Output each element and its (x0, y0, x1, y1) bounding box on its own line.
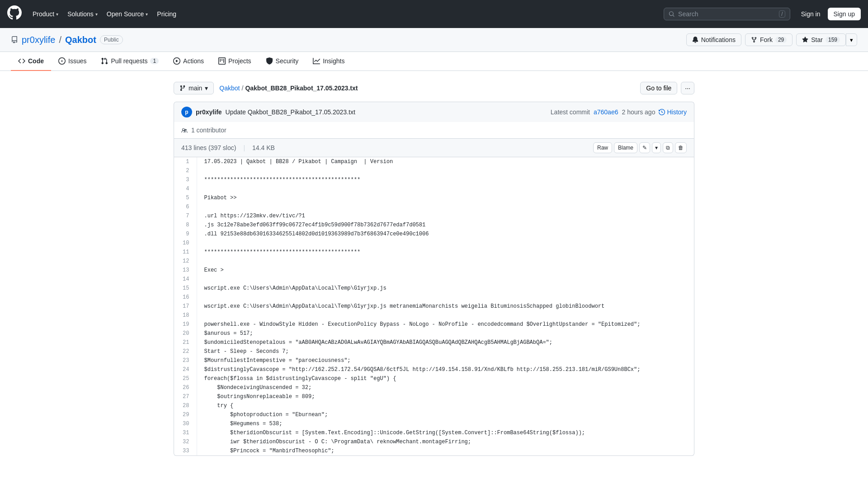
line-number[interactable]: 12 (174, 257, 197, 266)
file-repo-link[interactable]: Qakbot (219, 84, 240, 92)
line-content (197, 293, 694, 302)
line-content: $MournfullestIntempestive = "paroeciousn… (197, 356, 694, 365)
raw-button[interactable]: Raw (593, 142, 612, 153)
line-number[interactable]: 31 (174, 428, 197, 437)
line-number[interactable]: 10 (174, 239, 197, 248)
commit-hash[interactable]: a760ae6 (594, 108, 618, 116)
line-number[interactable]: 26 (174, 383, 197, 392)
signup-button[interactable]: Sign up (828, 8, 861, 20)
line-content: wscript.exe C:\Users\Admin\AppData\Local… (197, 302, 694, 311)
repo-owner-link[interactable]: pr0xylife (22, 35, 55, 45)
issues-icon (58, 57, 66, 65)
line-number[interactable]: 8 (174, 221, 197, 230)
tab-actions[interactable]: Actions (166, 52, 211, 71)
repo-separator: / (59, 35, 61, 45)
tab-projects-label: Projects (228, 57, 251, 65)
copy-button[interactable]: ⧉ (663, 142, 673, 153)
nav-pricing[interactable]: Pricing (153, 8, 180, 20)
repo-name-link[interactable]: Qakbot (65, 35, 96, 45)
line-content: $outringsNonreplaceable = 809; (197, 392, 694, 401)
star-add-button[interactable]: ▾ (846, 33, 857, 46)
line-number[interactable]: 3 (174, 175, 197, 184)
table-row: 33 $Princock = "ManbirdTheosophic"; (174, 446, 694, 455)
line-number[interactable]: 11 (174, 248, 197, 257)
tab-issues-label: Issues (68, 57, 86, 65)
line-content: 17.05.2023 | Qakbot | BB28 / Pikabot | C… (197, 157, 694, 166)
goto-file-button[interactable]: Go to file (640, 82, 677, 94)
line-number[interactable]: 20 (174, 329, 197, 338)
line-number[interactable]: 27 (174, 392, 197, 401)
contributors-bar: 1 contributor (174, 122, 694, 139)
notifications-button[interactable]: Notifications (686, 33, 741, 46)
tab-insights[interactable]: Insights (306, 52, 352, 71)
line-number[interactable]: 2 (174, 166, 197, 175)
delete-button[interactable]: 🗑 (675, 142, 687, 153)
line-number[interactable]: 33 (174, 446, 197, 455)
tab-code-label: Code (28, 57, 44, 65)
line-number[interactable]: 18 (174, 311, 197, 320)
contributors-icon (181, 127, 188, 134)
line-number[interactable]: 16 (174, 293, 197, 302)
line-content: iwr $theridionObscurist - O C: \ProgramD… (197, 437, 694, 446)
tab-code[interactable]: Code (11, 52, 51, 71)
line-number[interactable]: 30 (174, 419, 197, 428)
line-number[interactable]: 15 (174, 284, 197, 293)
repo-breadcrumb: pr0xylife / Qakbot (22, 35, 96, 45)
search-bar[interactable]: / (664, 8, 790, 20)
fork-button[interactable]: Fork 29 (745, 33, 793, 46)
line-number[interactable]: 28 (174, 401, 197, 410)
contributors-text: 1 contributor (191, 127, 226, 134)
line-content: powershell.exe - WindowStyle Hidden - Ex… (197, 320, 694, 329)
tab-insights-label: Insights (323, 57, 344, 65)
repo-public-badge: Public (100, 35, 123, 44)
line-number[interactable]: 22 (174, 347, 197, 356)
line-number[interactable]: 32 (174, 437, 197, 446)
table-row: 20 $anurous = 517; (174, 329, 694, 338)
blame-button[interactable]: Blame (614, 142, 637, 153)
star-icon (802, 37, 808, 43)
github-logo[interactable] (7, 5, 22, 23)
line-number[interactable]: 19 (174, 320, 197, 329)
search-shortcut: / (779, 10, 785, 18)
table-row: 28 try { (174, 401, 694, 410)
line-number[interactable]: 4 (174, 184, 197, 193)
line-number[interactable]: 23 (174, 356, 197, 365)
tab-projects[interactable]: Projects (211, 52, 259, 71)
more-options-button[interactable]: ··· (681, 82, 694, 94)
line-number[interactable]: 6 (174, 202, 197, 211)
repo-icon (11, 36, 18, 43)
history-link[interactable]: History (659, 108, 687, 116)
table-row: 9 .dll 92153e88db630163346255l4802d0d101… (174, 230, 694, 239)
line-number[interactable]: 24 (174, 365, 197, 374)
line-number[interactable]: 25 (174, 374, 197, 383)
signin-button[interactable]: Sign in (797, 8, 824, 20)
line-number[interactable]: 21 (174, 338, 197, 347)
line-number[interactable]: 17 (174, 302, 197, 311)
line-number[interactable]: 13 (174, 266, 197, 275)
line-number[interactable]: 1 (174, 157, 197, 166)
nav-solutions[interactable]: Solutions ▾ (64, 8, 101, 20)
edit-chevron-button[interactable]: ▾ (652, 142, 661, 153)
star-label: Star (811, 36, 823, 43)
table-row: 26 $NondeceivingUnascended = 32; (174, 383, 694, 392)
line-content: $Princock = "ManbirdTheosophic"; (197, 446, 694, 455)
edit-button[interactable]: ✎ (639, 142, 650, 153)
table-row: 16 (174, 293, 694, 302)
line-number[interactable]: 7 (174, 211, 197, 221)
tab-pullrequests[interactable]: Pull requests 1 (94, 52, 166, 71)
branch-selector[interactable]: main ▾ (174, 82, 214, 94)
line-number[interactable]: 5 (174, 193, 197, 202)
tab-issues[interactable]: Issues (51, 52, 94, 71)
line-number[interactable]: 14 (174, 275, 197, 284)
line-number[interactable]: 9 (174, 230, 197, 239)
star-count: 159 (826, 37, 840, 43)
tab-security[interactable]: Security (259, 52, 306, 71)
file-path-bar: main ▾ Qakbot / Qakbot_BB28_Pikabot_17.0… (174, 82, 694, 94)
file-stats-bar: 413 lines (397 sloc) | 14.4 KB Raw Blame… (174, 139, 694, 157)
star-button[interactable]: Star 159 (796, 33, 846, 46)
line-number[interactable]: 29 (174, 410, 197, 419)
search-input[interactable] (678, 10, 775, 18)
nav-product[interactable]: Product ▾ (29, 8, 62, 20)
nav-opensource[interactable]: Open Source ▾ (103, 8, 152, 20)
commit-author[interactable]: pr0xylife (196, 108, 222, 116)
